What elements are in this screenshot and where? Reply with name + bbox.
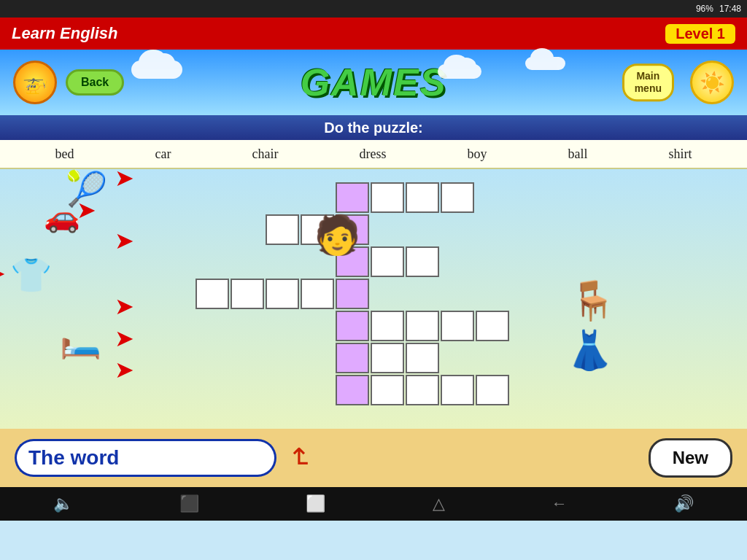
cell-r4-c4[interactable] xyxy=(476,311,509,341)
app-title: Learn English xyxy=(12,24,117,43)
cell-r2-c1[interactable] xyxy=(371,246,404,277)
cell-r6-c0[interactable] xyxy=(336,375,369,405)
cell-r3-c-3[interactable] xyxy=(231,279,264,309)
cell-r2-c2[interactable] xyxy=(406,246,439,277)
cell-r1-c-2[interactable] xyxy=(266,214,299,245)
title-bar: Learn English Level 1 xyxy=(0,18,747,50)
main-menu-button[interactable]: Mainmenu xyxy=(622,63,674,101)
cell-r5-c2[interactable] xyxy=(406,343,439,373)
level-badge: Level 1 xyxy=(665,24,735,44)
volume-up-icon[interactable]: 🔊 xyxy=(674,494,694,513)
word-label: The word xyxy=(15,439,131,477)
cell-r3-c-4[interactable] xyxy=(196,279,229,309)
new-button[interactable]: New xyxy=(649,438,732,478)
cloud-3 xyxy=(525,57,565,70)
home-icon[interactable]: △ xyxy=(433,494,445,513)
cloud-2 xyxy=(438,64,481,79)
cell-r3-c0[interactable] xyxy=(336,279,369,309)
cell-r4-c0[interactable] xyxy=(336,311,369,341)
bottom-area: The word ↵ New xyxy=(0,429,747,487)
word-bed: bed xyxy=(55,147,74,162)
cell-r0-c3[interactable] xyxy=(441,182,474,213)
recent-apps-icon[interactable]: ⬛ xyxy=(179,494,199,513)
cell-r6-c4[interactable] xyxy=(476,375,509,405)
word-chair: chair xyxy=(252,147,278,162)
cell-r4-c1[interactable] xyxy=(371,311,404,341)
puzzle-instruction: Do the puzzle: xyxy=(324,120,423,136)
cell-r4-c2[interactable] xyxy=(406,311,439,341)
image-bed: 🛏️ xyxy=(60,321,101,360)
puzzle-bar: Do the puzzle: xyxy=(0,115,747,140)
image-shirt: 👕 xyxy=(10,255,52,295)
cell-r3-c-1[interactable] xyxy=(301,279,334,309)
sun-icon: ☀️ xyxy=(690,61,734,104)
time-display: 17:48 xyxy=(719,4,741,14)
cell-r6-c1[interactable] xyxy=(371,375,404,405)
home-screen-icon[interactable]: ⬜ xyxy=(306,494,325,513)
cell-r0-c1[interactable] xyxy=(371,182,404,213)
enter-arrow-icon: ↵ xyxy=(284,446,316,470)
cloud-1 xyxy=(131,61,182,79)
battery-indicator: 96% xyxy=(696,4,713,14)
cell-r6-c2[interactable] xyxy=(406,375,439,405)
word-input[interactable] xyxy=(131,439,276,477)
image-dress: 👗 xyxy=(566,328,614,373)
word-dress: dress xyxy=(359,147,386,162)
nav-bar: 🔈 ⬛ ⬜ △ ← 🔊 xyxy=(0,487,747,521)
cell-r4-c3[interactable] xyxy=(441,311,474,341)
spinner-icon: 🚁 xyxy=(13,61,57,104)
word-boy: boy xyxy=(467,147,487,162)
enter-arrow-container: ↵ xyxy=(288,442,311,474)
back-button[interactable]: Back xyxy=(66,69,124,96)
cell-r5-c1[interactable] xyxy=(371,343,404,373)
image-car: 🚗 xyxy=(44,200,80,234)
status-bar: 96% 17:48 xyxy=(0,0,747,18)
cell-r0-c0[interactable] xyxy=(336,182,369,213)
cell-r6-c3[interactable] xyxy=(441,375,474,405)
word-ball: ball xyxy=(568,147,587,162)
cell-r0-c2[interactable] xyxy=(406,182,439,213)
word-bank: bed car chair dress boy ball shirt xyxy=(0,140,747,169)
word-shirt: shirt xyxy=(668,147,692,162)
header-sky: 🚁 Back GAMES Mainmenu ☀️ xyxy=(0,50,747,115)
cell-r3-c-2[interactable] xyxy=(266,279,299,309)
game-area: ➤ ➤ ➤ ➤ ➤ ➤ ➤ 🎾 🚗 🧑 👕 🪑 🛏️ 👗 xyxy=(0,169,747,429)
image-boy: 🧑 xyxy=(314,213,361,257)
word-car: car xyxy=(155,147,171,162)
back-nav-icon[interactable]: ← xyxy=(551,494,568,513)
volume-down-icon[interactable]: 🔈 xyxy=(53,494,73,513)
games-title: GAMES xyxy=(301,61,447,104)
cell-r5-c0[interactable] xyxy=(336,343,369,373)
image-chair: 🪑 xyxy=(569,279,616,323)
